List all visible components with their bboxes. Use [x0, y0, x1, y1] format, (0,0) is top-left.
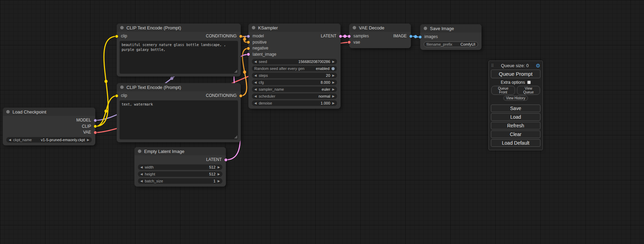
model-input-port[interactable] — [247, 35, 250, 38]
decrement-arrow-icon[interactable]: ◀ — [140, 171, 143, 177]
node-titlebar[interactable]: KSampler — [248, 24, 341, 32]
link-midpoint-dot — [105, 110, 108, 113]
node-ksampler[interactable]: KSampler model LATENT positive negative … — [248, 24, 341, 109]
decrement-arrow-icon[interactable]: ◀ — [9, 137, 11, 143]
input-slot-vae: vae — [349, 39, 411, 46]
increment-arrow-icon[interactable]: ▶ — [218, 178, 220, 184]
node-graph-canvas[interactable]: Load Checkpoint MODEL CLIP VAE ◀ ckpt_na… — [0, 0, 644, 244]
node-clip-text-encode-positive[interactable]: CLIP Text Encode (Prompt) clip CONDITION… — [117, 24, 241, 76]
node-titlebar[interactable]: Save Image — [420, 24, 482, 33]
positive-prompt-textarea[interactable]: beautiful scenery nature glass bottle la… — [120, 41, 238, 74]
clip-output-port[interactable] — [94, 125, 97, 128]
increment-arrow-icon[interactable]: ▶ — [332, 73, 335, 78]
extra-options-checkbox[interactable] — [527, 81, 531, 84]
node-vae-decode[interactable]: VAE Decode samples IMAGE vae — [349, 24, 411, 48]
save-button[interactable]: Save — [491, 105, 540, 112]
negative-input-port[interactable] — [247, 47, 250, 50]
view-history-button[interactable]: View History — [503, 96, 528, 101]
model-output-port[interactable] — [94, 119, 97, 122]
decrement-arrow-icon[interactable]: ◀ — [254, 100, 257, 106]
node-titlebar[interactable]: CLIP Text Encode (Prompt) — [117, 24, 241, 32]
widget-cfg[interactable]: ◀ cfg 8.000 ▶ — [252, 80, 337, 85]
link-midpoint-dot — [414, 35, 417, 38]
collapse-dot-icon[interactable] — [138, 150, 141, 153]
collapse-dot-icon[interactable] — [120, 26, 124, 29]
toggle-knob-icon[interactable] — [332, 67, 335, 70]
decrement-arrow-icon[interactable]: ◀ — [254, 73, 257, 78]
increment-arrow-icon[interactable]: ▶ — [332, 87, 335, 92]
resize-grip-icon[interactable] — [234, 135, 237, 138]
refresh-button[interactable]: Refresh — [491, 122, 540, 129]
negative-prompt-textarea[interactable]: text, watermark — [120, 100, 238, 139]
clip-input-port[interactable] — [115, 94, 118, 98]
widget-filename-prefix[interactable]: filename_prefix ComfyUI — [424, 42, 478, 47]
latent-output-port[interactable] — [339, 35, 342, 38]
conditioning-output-port[interactable] — [239, 94, 242, 98]
increment-arrow-icon[interactable]: ▶ — [332, 80, 335, 85]
collapse-dot-icon[interactable] — [353, 26, 356, 29]
queue-prompt-button[interactable]: Queue Prompt — [491, 70, 540, 78]
load-default-button[interactable]: Load Default — [491, 139, 540, 147]
latent-image-input-port[interactable] — [247, 53, 250, 56]
collapse-dot-icon[interactable] — [120, 85, 124, 89]
resize-grip-icon[interactable] — [234, 70, 237, 73]
node-titlebar[interactable]: VAE Decode — [349, 24, 411, 32]
increment-arrow-icon[interactable]: ▶ — [332, 100, 335, 106]
widget-random-seed-toggle[interactable]: Random seed after every gen enabled — [252, 66, 337, 71]
increment-arrow-icon[interactable]: ▶ — [218, 164, 220, 170]
latent-output-port[interactable] — [224, 158, 228, 162]
node-titlebar[interactable]: Empty Latent Image — [134, 147, 226, 155]
queue-actions-row: Queue Front View Queue — [491, 85, 540, 95]
drag-handle-icon[interactable]: ⠿ — [491, 63, 494, 68]
node-title: Save Image — [430, 26, 454, 31]
view-queue-button[interactable]: View Queue — [517, 86, 540, 95]
node-clip-text-encode-negative[interactable]: CLIP Text Encode (Prompt) clip CONDITION… — [117, 83, 241, 142]
node-empty-latent-image[interactable]: Empty Latent Image LATENT ◀ width 512 ▶ … — [134, 147, 226, 187]
widget-ckpt-name[interactable]: ◀ ckpt_name v1-5-pruned-emaonly.ckpt ▶ — [6, 137, 92, 143]
collapse-dot-icon[interactable] — [6, 110, 10, 114]
slot-row-clip-conditioning: clip CONDITIONING — [117, 33, 241, 39]
decrement-arrow-icon[interactable]: ◀ — [254, 59, 257, 64]
node-titlebar[interactable]: CLIP Text Encode (Prompt) — [117, 83, 241, 91]
widget-batch-size[interactable]: ◀ batch_size 1 ▶ — [138, 178, 222, 184]
node-title: Empty Latent Image — [144, 149, 184, 154]
link-midpoint-dot — [243, 71, 246, 74]
decrement-arrow-icon[interactable]: ◀ — [140, 164, 143, 170]
input-slot-positive: positive — [248, 39, 341, 46]
vae-output-port[interactable] — [94, 131, 97, 134]
link-wire — [95, 96, 117, 127]
increment-arrow-icon[interactable]: ▶ — [332, 93, 335, 99]
widget-denoise[interactable]: ◀ denoise 1.000 ▶ — [252, 100, 337, 106]
decrement-arrow-icon[interactable]: ◀ — [254, 93, 257, 99]
node-load-checkpoint[interactable]: Load Checkpoint MODEL CLIP VAE ◀ ckpt_na… — [3, 108, 95, 145]
widget-sampler-name[interactable]: ◀ sampler_name euler ▶ — [252, 87, 337, 92]
widget-steps[interactable]: ◀ steps 20 ▶ — [252, 73, 337, 78]
decrement-arrow-icon[interactable]: ◀ — [254, 87, 257, 92]
widget-seed[interactable]: ◀ seed 156680208700286 ▶ — [252, 59, 337, 64]
image-output-port[interactable] — [409, 35, 413, 38]
load-button[interactable]: Load — [491, 113, 540, 121]
positive-input-port[interactable] — [247, 40, 250, 44]
images-input-port[interactable] — [418, 35, 422, 39]
settings-gear-icon[interactable]: ⚙ — [536, 63, 540, 68]
vae-input-port[interactable] — [347, 40, 351, 44]
samples-input-port[interactable] — [347, 35, 351, 38]
increment-arrow-icon[interactable]: ▶ — [218, 171, 220, 177]
increment-arrow-icon[interactable]: ▶ — [87, 137, 89, 143]
queue-front-button[interactable]: Queue Front — [491, 86, 515, 95]
widget-height[interactable]: ◀ height 512 ▶ — [138, 171, 222, 177]
widget-width[interactable]: ◀ width 512 ▶ — [138, 164, 222, 170]
widget-scheduler[interactable]: ◀ scheduler normal ▶ — [252, 93, 337, 99]
conditioning-output-port[interactable] — [239, 35, 242, 38]
decrement-arrow-icon[interactable]: ◀ — [140, 178, 143, 184]
decrement-arrow-icon[interactable]: ◀ — [254, 80, 257, 85]
node-titlebar[interactable]: Load Checkpoint — [3, 108, 95, 116]
output-slot-latent: LATENT — [134, 157, 226, 163]
collapse-dot-icon[interactable] — [252, 26, 255, 29]
collapse-dot-icon[interactable] — [424, 27, 427, 30]
clear-button[interactable]: Clear — [491, 130, 540, 138]
extra-options-row: Extra options — [491, 80, 540, 85]
node-save-image[interactable]: Save Image images filename_prefix ComfyU… — [420, 24, 482, 50]
increment-arrow-icon[interactable]: ▶ — [332, 59, 335, 64]
clip-input-port[interactable] — [115, 35, 118, 38]
